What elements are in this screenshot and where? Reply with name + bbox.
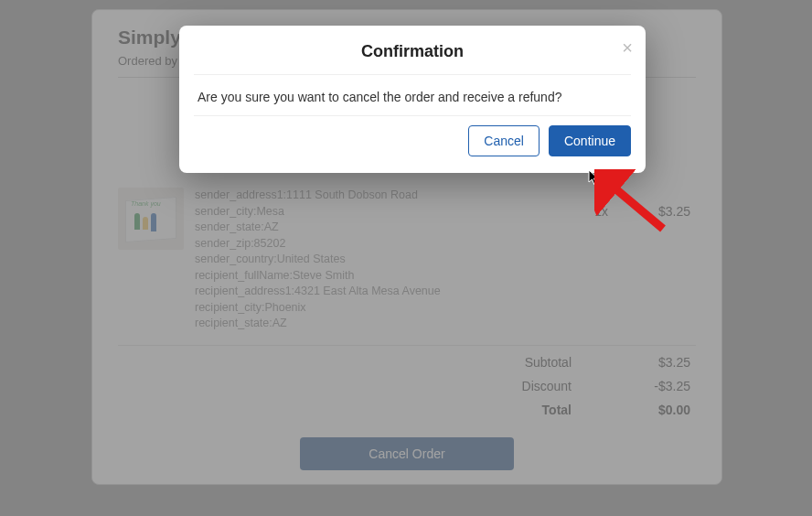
modal-header: Confirmation × bbox=[179, 26, 646, 74]
continue-button[interactable]: Continue bbox=[549, 125, 631, 156]
modal-title: Confirmation bbox=[361, 42, 464, 60]
modal-body-text: Are you sure you want to cancel the orde… bbox=[179, 75, 646, 115]
modal-footer: Cancel Continue bbox=[179, 116, 646, 173]
close-icon[interactable]: × bbox=[622, 38, 633, 57]
cancel-button[interactable]: Cancel bbox=[468, 125, 540, 156]
confirmation-modal: Confirmation × Are you sure you want to … bbox=[179, 26, 646, 173]
